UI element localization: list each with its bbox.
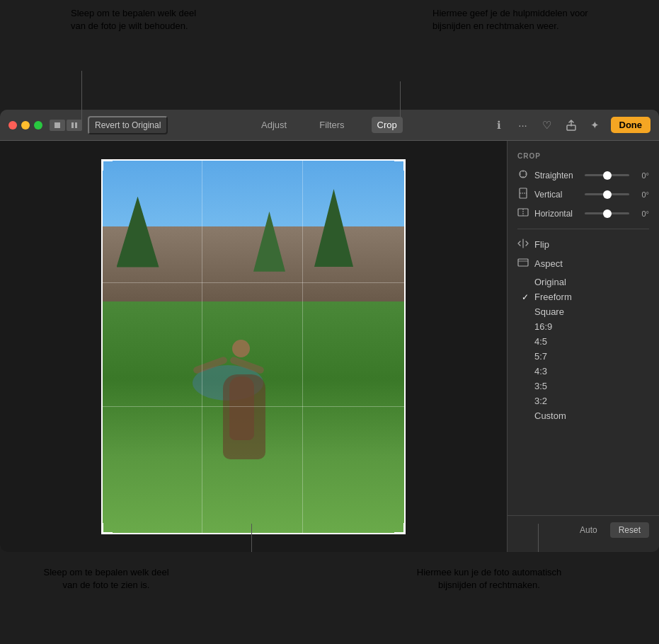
crop-section-title: CROP [508,149,659,166]
horizontal-value: 0° [634,209,649,218]
svg-rect-0 [55,122,60,128]
share-icon[interactable] [563,117,580,134]
right-panel: CROP Straighten 0° [507,141,659,552]
app-window: Revert to Original Adjust Filters Crop ℹ… [0,110,659,552]
vertical-label: Vertical [534,190,580,200]
auto-button[interactable]: Auto [573,522,604,538]
aspect-item-custom[interactable]: Custom [508,408,659,423]
vertical-track[interactable] [585,193,629,195]
view-single-button[interactable] [50,120,65,131]
tab-adjust[interactable]: Adjust [256,117,292,133]
view-split-button[interactable] [67,120,82,131]
annotation-top: Sleep om te bepalen welk deel van de fot… [0,0,659,110]
traffic-lights [8,121,42,130]
flip-icon [517,238,530,251]
revert-to-original-button[interactable]: Revert to Original [88,116,168,134]
aspect-list: Original Freeform Square 16:9 4:5 5:7 4:… [508,273,659,425]
photo-person-body [229,376,254,440]
info-icon[interactable]: ℹ [491,117,508,134]
title-bar-tabs: Adjust Filters Crop [168,117,490,133]
horizontal-row: Horizontal 0° [508,204,659,223]
flip-label: Flip [534,239,549,250]
flip-row[interactable]: Flip [508,235,659,254]
annotation-bottom-left: Sleep om te bepalen welk deel van de fot… [42,566,170,644]
traffic-light-red[interactable] [8,121,17,130]
annotation-bottom-right: Hiermee kun je de foto automatisch bijsn… [411,566,567,644]
heart-icon[interactable]: ♡ [539,117,556,134]
tab-crop[interactable]: Crop [372,117,403,133]
photo-container [101,159,406,534]
horizontal-icon [517,207,530,220]
straighten-value: 0° [634,171,649,180]
traffic-light-green[interactable] [34,121,42,130]
view-toggle [50,120,82,131]
annotation-line-top-left [81,71,82,124]
straighten-thumb[interactable] [603,171,612,180]
straighten-label: Straighten [534,171,580,180]
horizontal-track[interactable] [585,212,629,214]
reset-button[interactable]: Reset [610,522,649,538]
magic-icon[interactable]: ✦ [587,117,604,134]
done-button[interactable]: Done [611,117,651,133]
divider-1 [517,229,649,229]
photo-area[interactable] [0,141,507,552]
annotation-line-bottom-right [538,524,539,552]
photo-image [101,159,406,534]
svg-rect-2 [75,122,77,128]
aspect-header: Aspect [508,254,659,273]
horizontal-label: Horizontal [534,209,580,219]
title-bar: Revert to Original Adjust Filters Crop ℹ… [0,110,659,141]
vertical-icon [517,188,530,201]
vertical-thumb[interactable] [603,190,612,199]
aspect-item-4-5[interactable]: 4:5 [508,334,659,349]
aspect-label: Aspect [534,258,563,269]
photo-ground [101,301,406,534]
svg-rect-13 [518,259,528,266]
annotation-top-left: Sleep om te bepalen welk deel van de fot… [71,7,198,110]
aspect-item-original[interactable]: Original [508,275,659,289]
aspect-item-freeform[interactable]: Freeform [508,289,659,304]
aspect-item-3-2[interactable]: 3:2 [508,393,659,408]
aspect-icon [517,257,530,270]
svg-rect-1 [71,122,74,128]
traffic-light-yellow[interactable] [21,121,30,130]
annotation-line-top-right [400,81,401,124]
aspect-item-3-5[interactable]: 3:5 [508,379,659,393]
straighten-row: Straighten 0° [508,166,659,185]
tab-filters[interactable]: Filters [314,117,350,133]
panel-bottom-bar: Auto Reset [508,515,659,544]
aspect-item-16-9[interactable]: 16:9 [508,319,659,334]
annotation-bottom: Sleep om te bepalen welk deel van de fot… [0,552,659,644]
straighten-icon [517,168,530,182]
panel-spacer [508,425,659,515]
vertical-row: Vertical 0° [508,185,659,204]
aspect-item-4-3[interactable]: 4:3 [508,364,659,379]
title-bar-right: ℹ ··· ♡ ✦ Done [491,117,651,134]
horizontal-thumb[interactable] [603,209,612,218]
straighten-track[interactable] [585,174,629,176]
aspect-item-square[interactable]: Square [508,304,659,319]
more-icon[interactable]: ··· [515,117,532,134]
main-content: CROP Straighten 0° [0,141,659,552]
annotation-line-bottom-left [251,524,252,552]
annotation-top-right: Hiermee geef je de hulpmiddelen voor bij… [432,7,595,110]
vertical-value: 0° [634,190,649,199]
aspect-item-5-7[interactable]: 5:7 [508,349,659,364]
